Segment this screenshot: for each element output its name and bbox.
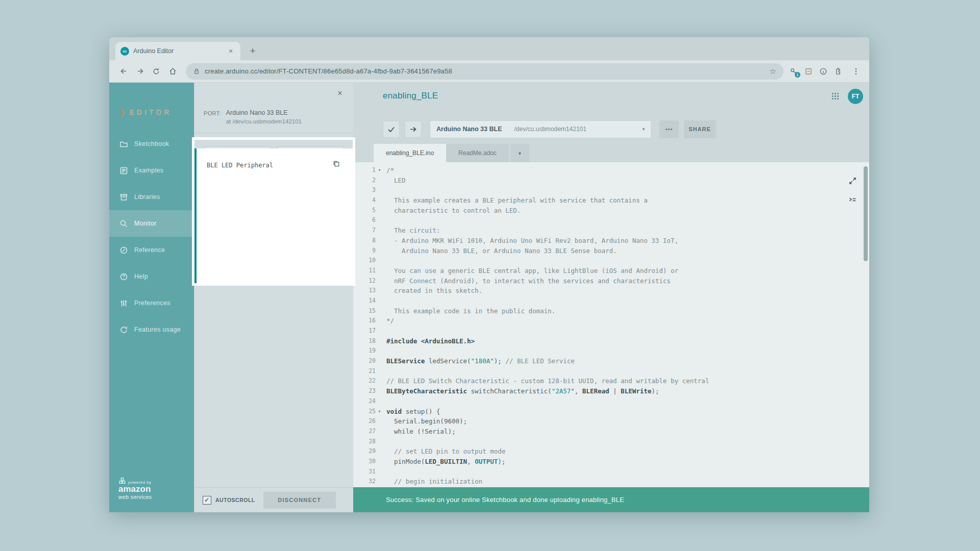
password-manager-icon[interactable]: 1 bbox=[790, 67, 798, 76]
kebab-menu-icon[interactable] bbox=[852, 67, 860, 76]
code-line: You can use a generic BLE central app, l… bbox=[386, 266, 869, 276]
browser-tab-strip: ∞ Arduino Editor × + bbox=[109, 37, 869, 60]
browser-tab[interactable]: ∞ Arduino Editor × bbox=[115, 42, 240, 60]
code-line: // BLE LED Switch Characteristic - custo… bbox=[386, 376, 869, 386]
serial-output: BLE LED Peripheral bbox=[194, 148, 353, 283]
code-line: This example creates a BLE peripheral wi… bbox=[386, 195, 869, 206]
gutter-line: 22 bbox=[353, 376, 383, 386]
code-line bbox=[386, 296, 869, 306]
code-line bbox=[386, 346, 869, 356]
logo-chevron-icon: ❯ bbox=[119, 108, 126, 116]
code-line: The circuit: bbox=[386, 226, 869, 236]
code-line: #include <ArduinoBLE.h> bbox=[386, 336, 869, 346]
notification-badge: 1 bbox=[795, 72, 800, 78]
code-line: Serial.begin(9600); bbox=[386, 416, 869, 427]
new-tab-button[interactable]: + bbox=[246, 44, 259, 58]
home-icon[interactable] bbox=[165, 64, 180, 79]
gutter-line: 26 bbox=[353, 416, 383, 427]
puzzle-extensions-icon[interactable] bbox=[834, 67, 842, 76]
sidebar-item-sketchbook[interactable]: Sketchbook bbox=[109, 131, 194, 157]
sidebar-item-label: Preferences bbox=[134, 299, 170, 307]
monitor-footer: ✓ AUTOSCROLL DISCONNECT bbox=[194, 487, 353, 512]
libraries-icon bbox=[119, 193, 128, 202]
board-selector[interactable]: Arduino Nano 33 BLE /dev/cu.usbmodem1421… bbox=[430, 120, 651, 138]
sidebar-item-preferences[interactable]: Preferences bbox=[109, 290, 194, 316]
tabs-dropdown-button[interactable]: ▾ bbox=[510, 144, 529, 162]
disconnect-button[interactable]: DISCONNECT bbox=[263, 492, 336, 509]
sidebar-item-label: Libraries bbox=[134, 193, 160, 201]
tab-sketch-ino[interactable]: enabling_BLE.ino bbox=[374, 144, 446, 162]
sidebar-item-label: Monitor bbox=[134, 220, 157, 227]
sidebar-item-examples[interactable]: Examples bbox=[109, 157, 194, 184]
apps-grid-icon[interactable] bbox=[831, 92, 840, 101]
extension-icon[interactable] bbox=[804, 67, 813, 76]
code-line bbox=[386, 185, 869, 195]
gutter-line: 25▾ bbox=[353, 407, 383, 417]
tab-readme-adoc[interactable]: ReadMe.adoc bbox=[446, 144, 509, 162]
gutter-line: 12 bbox=[353, 276, 383, 286]
code-line: BLEService ledService("180A"); // BLE LE… bbox=[386, 356, 869, 366]
sidebar-item-features-usage[interactable]: Features usage bbox=[109, 316, 194, 343]
code-editor[interactable]: /* LED This example creates a BLE periph… bbox=[383, 165, 869, 487]
code-line: This example code is in the public domai… bbox=[386, 306, 869, 316]
sidebar-item-reference[interactable]: Reference bbox=[109, 237, 194, 263]
bookmark-star-icon[interactable]: ☆ bbox=[770, 67, 776, 76]
gutter-line: 6 bbox=[353, 215, 383, 226]
close-monitor-icon[interactable]: × bbox=[335, 89, 345, 98]
more-options-button[interactable]: ••• bbox=[659, 120, 679, 138]
autoscroll-checkbox[interactable]: ✓ bbox=[203, 496, 211, 505]
code-line bbox=[386, 467, 869, 477]
copy-icon[interactable] bbox=[332, 160, 340, 168]
address-bar[interactable]: create.arduino.cc/editor/FT-CONTENT/86e6… bbox=[186, 63, 783, 80]
editor-header: enabling_BLE FT bbox=[353, 83, 869, 115]
status-bar: Success: Saved on your online Sketchbook… bbox=[353, 487, 869, 512]
gutter-line: 29 bbox=[353, 446, 383, 457]
avatar[interactable]: FT bbox=[848, 89, 863, 104]
sidebar-item-label: Examples bbox=[134, 167, 163, 174]
gutter-line: 3 bbox=[353, 185, 383, 195]
verify-button[interactable] bbox=[383, 121, 400, 138]
sidebar-item-help[interactable]: Help bbox=[109, 263, 194, 290]
forward-icon[interactable] bbox=[133, 64, 147, 79]
gutter-line: 31 bbox=[353, 467, 383, 477]
code-line: /* bbox=[386, 165, 869, 176]
fullscreen-icon[interactable] bbox=[848, 177, 857, 185]
code-line: Arduino Nano 33 BLE, or Arduino Nano 33 … bbox=[386, 246, 869, 256]
code-line: BLEByteCharacteristic switchCharacterist… bbox=[386, 386, 869, 396]
examples-icon bbox=[119, 166, 128, 175]
info-icon[interactable] bbox=[819, 67, 827, 76]
gutter-line: 8 bbox=[353, 236, 383, 246]
code-line: characteristic to control an LED. bbox=[386, 206, 869, 216]
sidebar-item-label: Features usage bbox=[134, 326, 181, 333]
reference-icon bbox=[119, 246, 128, 255]
code-line: nRF Connect (Android), to interact with … bbox=[386, 276, 869, 286]
sidebar-item-libraries[interactable]: Libraries bbox=[109, 184, 194, 210]
share-button[interactable]: SHARE bbox=[684, 120, 716, 138]
tab-close-icon[interactable]: × bbox=[226, 47, 235, 55]
file-tabs: enabling_BLE.ino ReadMe.adoc ▾ bbox=[353, 143, 869, 162]
gutter-line: 28 bbox=[353, 437, 383, 447]
gutter-line: 1▾ bbox=[353, 165, 383, 176]
folder-icon bbox=[119, 140, 128, 148]
code-line: */ bbox=[386, 316, 869, 326]
code-line: void setup() { bbox=[386, 407, 869, 417]
back-icon[interactable] bbox=[116, 64, 131, 79]
console-icon[interactable] bbox=[848, 195, 857, 204]
code-line: while (!Serial); bbox=[386, 427, 869, 437]
features-icon bbox=[119, 325, 128, 334]
gutter-line: 5 bbox=[353, 206, 383, 216]
port-device-path: at /dev/cu.usbmodem142101 bbox=[226, 118, 302, 124]
upload-button[interactable] bbox=[405, 121, 422, 138]
browser-tab-title: Arduino Editor bbox=[133, 47, 222, 55]
code-line bbox=[386, 437, 869, 447]
code-line: pinMode(LED_BUILTIN, OUTPUT); bbox=[386, 457, 869, 467]
code-area: 1▾23456789101112131415161718192021222324… bbox=[353, 162, 869, 487]
scrollbar-thumb[interactable] bbox=[864, 166, 868, 261]
sidebar: ❯ EDITOR Sketchbook Examples Libraries M… bbox=[109, 83, 194, 512]
sidebar-item-monitor[interactable]: Monitor bbox=[109, 210, 194, 237]
autoscroll-toggle[interactable]: ✓ AUTOSCROLL bbox=[203, 496, 255, 505]
gutter-line: 9 bbox=[353, 246, 383, 256]
editor-main: enabling_BLE FT Arduino Nano 33 BLE /dev… bbox=[353, 83, 869, 512]
reload-icon[interactable] bbox=[149, 64, 163, 79]
gutter-line: 10 bbox=[353, 256, 383, 266]
